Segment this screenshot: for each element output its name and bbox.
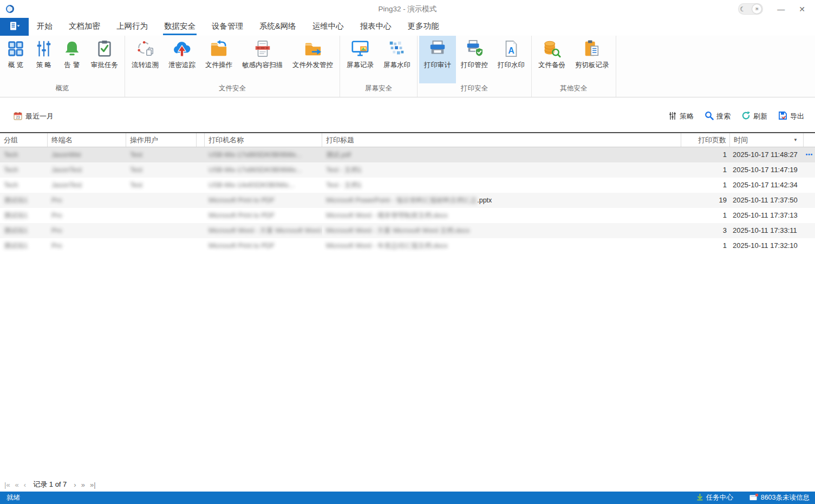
date-range-filter[interactable]: 23 最近一月 (14, 112, 54, 122)
ribbon-item-print-control[interactable]: 打印管控 (456, 36, 493, 83)
ribbon-item-clipboard-record[interactable]: 剪切板记录 (570, 36, 614, 83)
ribbon-item-policy[interactable]: 策 略 (30, 36, 58, 83)
pagination-nav-button[interactable]: »| (90, 481, 96, 488)
pagination-nav-button[interactable]: |« (4, 481, 10, 488)
table-row[interactable]: 测试组1ProMicrosoft Word - 方案 Microsoft Wor… (0, 223, 815, 238)
export-button[interactable]: 导出 (778, 111, 804, 122)
save-export-icon (778, 111, 787, 122)
printer-icon (428, 40, 447, 58)
tab-开始[interactable]: 开始 (29, 18, 61, 36)
tab-数据安全[interactable]: 数据安全 (156, 18, 204, 36)
row-user: Test (126, 147, 197, 162)
pagination-nav-button[interactable]: » (81, 481, 85, 488)
row-more-button (804, 238, 815, 253)
close-button[interactable]: ✕ (799, 5, 805, 13)
refresh-button[interactable]: 刷新 (741, 111, 767, 122)
empty-area (0, 253, 815, 477)
row-user (126, 223, 197, 238)
row-group: 测试组1 (0, 208, 48, 223)
row-user (126, 193, 197, 208)
table-row[interactable]: TechJasonWeiTestUSB-Mix-17x86SDK0B06Mix.… (0, 147, 815, 162)
row-group: 测试组1 (0, 193, 48, 208)
ribbon-item-label: 屏幕水印 (383, 61, 410, 70)
tab-设备管理[interactable]: 设备管理 (204, 18, 251, 36)
task-center-button[interactable]: 任务中心 (696, 493, 733, 502)
row-user: Test (126, 162, 197, 178)
ribbon-item-screen-watermark[interactable]: 屏幕水印 (379, 36, 415, 83)
ribbon-item-sensitive-scan[interactable]: 敏感内容扫描 (237, 36, 288, 83)
clipboard-document-icon (583, 40, 601, 58)
more-options-button[interactable]: ••• (804, 147, 815, 162)
database-search-icon (543, 40, 561, 58)
table-row[interactable]: 测试组1ProMicrosoft Print to PDFMicrosoft W… (0, 208, 815, 223)
ribbon-item-leak-trace[interactable]: 泄密追踪 (164, 36, 200, 83)
message-icon (749, 494, 758, 502)
ribbon-item-label: 概 览 (8, 61, 23, 70)
row-printer: USB-Mix-14x6SDK0B0Mix... (205, 178, 322, 193)
row-more-button (804, 223, 815, 238)
tab-文档加密[interactable]: 文档加密 (61, 18, 108, 36)
status-ready-label: 就绪 (6, 493, 20, 502)
ribbon-item-label: 打印审计 (424, 61, 451, 70)
column-header-pages[interactable]: 打印页数 (681, 133, 730, 147)
app-window: Ping32 - 演示模式 ☾ ☀ — ✕ 开始文档加密上网行为数据安全设备管理… (0, 0, 815, 504)
cloud-upload-icon (173, 40, 191, 58)
ribbon-group-label: 屏幕安全 (342, 84, 415, 97)
tab-上网行为[interactable]: 上网行为 (108, 18, 156, 36)
ribbon-item-screen-record[interactable]: 屏幕记录 (342, 36, 379, 83)
row-more-button (804, 162, 815, 178)
pagination-right: ›»»| (74, 481, 95, 488)
column-header-title[interactable]: 打印标题 (322, 133, 681, 147)
filter-bar: 23 最近一月 策略 搜索 刷新 导出 (0, 107, 815, 126)
row-title: Test - 文档1 (322, 178, 681, 193)
sliders-icon (35, 40, 53, 58)
minimize-button[interactable]: — (777, 5, 785, 13)
pagination-bar: |««‹ 记录 1 of 7 ›»»| (0, 477, 815, 492)
table-row[interactable]: 测试组1ProMicrosoft Print to PDFMicrosoft P… (0, 193, 815, 208)
ribbon-item-label: 流转追溯 (132, 61, 159, 70)
row-terminal: Pro (48, 238, 126, 253)
main-menu-button[interactable] (0, 18, 29, 36)
row-user (126, 238, 197, 253)
ribbon-item-file-backup[interactable]: 文件备份 (533, 36, 570, 83)
row-spacer (197, 193, 205, 208)
ribbon-item-overview[interactable]: 概 览 (2, 36, 30, 83)
ribbon-group-other-security: 文件备份 剪切板记录 其他安全 (532, 36, 616, 97)
row-group: 测试组1 (0, 223, 48, 238)
ribbon-item-file-operations[interactable]: 文件操作 (200, 36, 237, 83)
tab-系统&网络[interactable]: 系统&网络 (251, 18, 304, 36)
table-body: TechJasonWeiTestUSB-Mix-17x86SDK0B06Mix.… (0, 147, 815, 253)
ribbon-item-approval-tasks[interactable]: 审批任务 (86, 36, 123, 83)
column-header-time[interactable]: 时间 ▼ (730, 133, 804, 147)
column-header-end (804, 133, 815, 147)
ribbon-item-flow-trace[interactable]: 流转追溯 (127, 36, 164, 83)
table-row[interactable]: TechJasonTestTestUSB-Mix-14x6SDK0B0Mix..… (0, 178, 815, 193)
pagination-nav-button[interactable]: « (15, 481, 19, 488)
unread-messages-button[interactable]: 8603条未读信息 (749, 493, 810, 502)
filter-caret-icon[interactable]: ▼ (793, 133, 798, 147)
column-header-user[interactable]: 操作用户 (126, 133, 197, 147)
tab-报表中心[interactable]: 报表中心 (352, 18, 400, 36)
column-header-printer[interactable]: 打印机名称 (205, 133, 322, 147)
tab-运维中心[interactable]: 运维中心 (304, 18, 352, 36)
ribbon-item-alert[interactable]: 告 警 (58, 36, 86, 83)
table-row[interactable]: TechJasonTestTestUSB-Mix-17x86SDK0B06Mix… (0, 162, 815, 178)
row-title: Microsoft Word - 规章管理制度文档.docx (322, 208, 681, 223)
theme-toggle[interactable]: ☾ ☀ (738, 3, 763, 15)
column-header-terminal[interactable]: 终端名 (48, 133, 126, 147)
row-terminal: Pro (48, 193, 126, 208)
pagination-nav-button[interactable]: ‹ (24, 481, 26, 488)
row-title: Microsoft PowerPoint - 项目资料汇报材料文档汇总.pptx (322, 193, 681, 208)
policy-button[interactable]: 策略 (668, 112, 694, 122)
search-button[interactable]: 搜索 (705, 111, 731, 122)
ribbon-item-file-outgoing-control[interactable]: 文件外发管控 (288, 36, 338, 83)
pagination-nav-button[interactable]: › (74, 481, 76, 488)
ribbon-item-label: 打印水印 (498, 61, 525, 70)
table-row[interactable]: 测试组1ProMicrosoft Print to PDFMicrosoft W… (0, 238, 815, 253)
row-time: 2025-10-17 11:47:19 (730, 162, 804, 178)
ribbon-item-print-audit[interactable]: 打印审计 (419, 36, 456, 83)
column-header-group[interactable]: 分组 (0, 133, 48, 147)
tab-更多功能[interactable]: 更多功能 (400, 18, 447, 36)
ribbon-item-label: 打印管控 (461, 61, 488, 70)
ribbon-item-print-watermark[interactable]: A 打印水印 (493, 36, 530, 83)
